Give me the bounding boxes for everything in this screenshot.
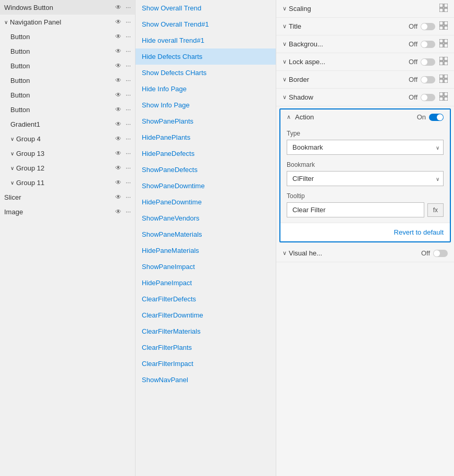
revert-button[interactable]: Revert to default xyxy=(394,228,444,236)
left-item-gradient1[interactable]: Gradient1 👁 ··· xyxy=(0,117,135,131)
svg-rect-21 xyxy=(444,92,448,96)
lock-aspect-toggle[interactable] xyxy=(421,58,435,66)
eye-icon: 👁 xyxy=(115,135,121,142)
eye-icon: 👁 xyxy=(115,33,121,40)
eye-icon: 👁 xyxy=(115,179,121,186)
chevron-down-icon: ∨ xyxy=(283,41,287,47)
left-item-group12[interactable]: ∨ Group 12 👁 ··· xyxy=(0,161,135,175)
middle-item-clear-filter-defects[interactable]: ClearFilterDefects xyxy=(136,291,276,307)
left-item-icons: 👁 ··· xyxy=(115,77,131,84)
shadow-toggle[interactable] xyxy=(421,94,435,101)
visual-header-toggle[interactable] xyxy=(433,250,448,257)
left-item-group13[interactable]: ∨ Group 13 👁 ··· xyxy=(0,146,135,161)
middle-item-clear-filter-materials[interactable]: ClearFilterMaterials xyxy=(136,323,276,339)
middle-item-show-pane-defects[interactable]: ShowPaneDefects xyxy=(136,162,276,178)
property-label: ∨ Border xyxy=(283,76,409,83)
left-item-group11[interactable]: ∨ Group 11 👁 ··· xyxy=(0,175,135,190)
eye-icon: 👁 xyxy=(115,77,121,84)
tooltip-input[interactable] xyxy=(287,202,424,217)
type-select[interactable]: Bookmark xyxy=(287,140,444,155)
bookmark-select[interactable]: ClFilter xyxy=(287,171,444,186)
border-toggle[interactable] xyxy=(421,76,435,83)
middle-item-show-defects-charts[interactable]: Show Defects CHarts xyxy=(136,65,276,81)
middle-item-label: Show Info Page xyxy=(142,101,190,109)
middle-item-show-info-page[interactable]: Show Info Page xyxy=(136,97,276,113)
middle-item-clear-filter-plants[interactable]: ClearFilterPlants xyxy=(136,339,276,356)
toggle-off-label: Off xyxy=(409,76,418,83)
action-toggle[interactable] xyxy=(429,114,444,121)
property-background[interactable]: ∨ Backgrou... Off xyxy=(276,35,454,53)
middle-item-hide-overall-trend1[interactable]: Hide overall Trend#1 xyxy=(136,32,276,48)
middle-item-show-pane-impact[interactable]: ShowPaneImpact xyxy=(136,259,276,275)
property-label: ∨ Lock aspe... xyxy=(283,58,409,66)
left-item-slicer[interactable]: Slicer 👁 ··· xyxy=(0,190,135,204)
toggle-off-label: Off xyxy=(409,40,418,48)
middle-item-show-pane-materials[interactable]: ShowPaneMaterials xyxy=(136,226,276,242)
middle-item-hide-pane-downtime[interactable]: HidePaneDowntime xyxy=(136,194,276,210)
left-item-label: Image xyxy=(4,208,115,216)
property-title[interactable]: ∨ Title Off xyxy=(276,18,454,35)
background-toggle[interactable] xyxy=(421,41,435,48)
middle-item-show-overall-trend1[interactable]: Show Overall Trend#1 xyxy=(136,16,276,32)
middle-item-show-pane-vendors[interactable]: ShowPaneVendors xyxy=(136,210,276,226)
property-shadow[interactable]: ∨ Shadow Off xyxy=(276,89,454,106)
left-item-image[interactable]: Image 👁 ··· xyxy=(0,204,135,219)
border-value: Off xyxy=(409,76,435,83)
svg-rect-10 xyxy=(439,44,443,47)
left-item-icons: 👁 ··· xyxy=(115,179,131,186)
svg-rect-1 xyxy=(444,4,448,7)
middle-item-clear-filter-impact[interactable]: ClearFilterImpact xyxy=(136,356,276,372)
tooltip-row: fx xyxy=(287,202,444,217)
middle-item-clear-filter-downtime[interactable]: ClearFilterDowntime xyxy=(136,307,276,323)
property-label: ∨ Shadow xyxy=(283,93,409,101)
property-lock-aspect[interactable]: ∨ Lock aspe... Off xyxy=(276,53,454,71)
svg-rect-19 xyxy=(444,79,448,83)
chevron-up-icon: ∧ xyxy=(287,114,291,120)
title-toggle[interactable] xyxy=(421,23,435,30)
middle-item-hide-pane-materials[interactable]: HidePaneMaterials xyxy=(136,242,276,259)
middle-item-hide-pane-defects[interactable]: HidePaneDefects xyxy=(136,145,276,162)
left-item-icons: 👁 ··· xyxy=(115,164,131,172)
middle-item-hide-pane-impact[interactable]: HidePaneImpact xyxy=(136,275,276,291)
eye-icon: 👁 xyxy=(115,91,121,99)
left-item-windows-button[interactable]: Windows Button 👁 ··· xyxy=(0,0,135,15)
middle-item-label: HidePaneDowntime xyxy=(142,198,202,206)
chevron-down-icon: ∨ xyxy=(283,250,287,257)
property-visual-header[interactable]: ∨ Visual he... Off xyxy=(276,245,454,262)
shadow-value: Off xyxy=(409,93,435,101)
property-scaling[interactable]: ∨ Scaling xyxy=(276,0,454,18)
revert-row: Revert to default xyxy=(280,223,450,241)
left-item-icons: 👁 ··· xyxy=(115,33,131,40)
eye-icon: 👁 xyxy=(115,18,121,26)
property-label: ∨ Visual he... xyxy=(283,249,421,257)
middle-item-hide-info-page[interactable]: Hide Info Page xyxy=(136,81,276,97)
left-item-button-1[interactable]: Button 👁 ··· xyxy=(0,29,135,44)
property-border[interactable]: ∨ Border Off xyxy=(276,71,454,89)
left-item-button-3[interactable]: Button 👁 ··· xyxy=(0,58,135,73)
dots-icon: ··· xyxy=(126,106,131,113)
left-item-label: Windows Button xyxy=(4,4,115,11)
left-item-navigation-panel[interactable]: ∨ Navigation Panel 👁 ··· xyxy=(0,15,135,29)
action-header[interactable]: ∧ Action On xyxy=(280,109,450,125)
middle-item-label: ShowPaneDowntime xyxy=(142,182,205,190)
left-item-button-4[interactable]: Button 👁 ··· xyxy=(0,73,135,88)
middle-item-show-nav-panel[interactable]: ShowNavPanel xyxy=(136,372,276,388)
middle-item-hide-pane-plants[interactable]: HidePanePlants xyxy=(136,129,276,145)
middle-item-hide-defects-charts[interactable]: Hide Defects Charts xyxy=(136,48,276,65)
left-item-button-6[interactable]: Button 👁 ··· xyxy=(0,102,135,117)
middle-item-show-overall-trend[interactable]: Show Overall Trend xyxy=(136,0,276,16)
left-item-button-5[interactable]: Button 👁 ··· xyxy=(0,88,135,102)
left-item-group4[interactable]: ∨ Group 4 👁 ··· xyxy=(0,131,135,146)
middle-item-show-pane-downtime[interactable]: ShowPaneDowntime xyxy=(136,178,276,194)
svg-rect-6 xyxy=(439,26,443,30)
left-item-label: Button xyxy=(10,33,115,41)
middle-item-show-pane-plants[interactable]: ShowPanePlants xyxy=(136,113,276,129)
chevron-down-icon: ∨ xyxy=(283,94,287,101)
middle-item-label: Show Overall Trend#1 xyxy=(142,20,209,28)
toggle-knob xyxy=(421,77,427,83)
middle-item-label: ClearFilterDowntime xyxy=(142,311,203,319)
toggle-off-label: Off xyxy=(409,22,418,30)
left-item-icons: 👁 ··· xyxy=(115,135,131,142)
fx-button[interactable]: fx xyxy=(427,203,444,217)
left-item-button-2[interactable]: Button 👁 ··· xyxy=(0,44,135,58)
